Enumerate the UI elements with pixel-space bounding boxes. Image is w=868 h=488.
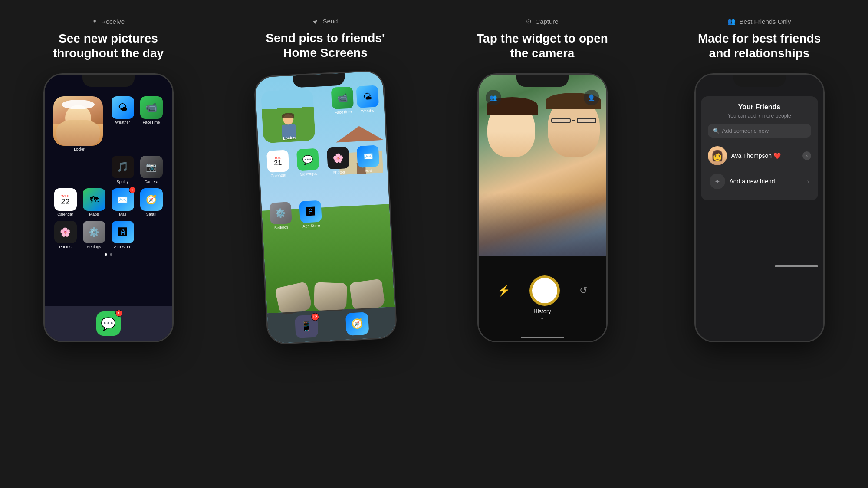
app-send-calendar[interactable]: TUE 21 Calendar xyxy=(264,150,292,178)
camera-controls: ⚡ ↺ History ⌄ xyxy=(479,256,606,341)
panel-receive-label: Receive xyxy=(101,18,125,25)
phone-receive: Locket 🌤 Weather 📹 FaceTime 🎵 Spotify xyxy=(43,73,174,342)
panel-send-header: ▲ Send Send pics to friends' Home Screen… xyxy=(252,17,399,60)
messages-badge: 2 xyxy=(115,310,122,317)
panel-send-icon-label: ▲ Send xyxy=(313,17,338,25)
app-appstore[interactable]: 🅰 App Store xyxy=(111,221,135,249)
add-search-placeholder: Add someone new xyxy=(722,128,769,134)
app-mail[interactable]: ✉️ 1 Mail xyxy=(111,188,135,216)
app-send-mail[interactable]: ✉️ Mail xyxy=(354,145,382,174)
chevron-right-icon: › xyxy=(807,178,809,185)
app-camera[interactable]: 📷 Camera xyxy=(139,156,164,184)
top-apps-grid: 📹 FaceTime 🌤 Weather xyxy=(331,85,379,115)
home-indicator-4 xyxy=(775,265,818,267)
panel-bestfriends: 👥 Best Friends Only Made for best friend… xyxy=(651,0,868,488)
panel-send-title: Send pics to friends' Home Screens xyxy=(252,31,399,60)
panel-bestfriends-label: Best Friends Only xyxy=(739,18,791,25)
friend-row-ava: 👩 Ava Thompson ❤️ × xyxy=(708,143,811,169)
panel-bestfriends-icon-label: 👥 Best Friends Only xyxy=(727,17,791,25)
panel-capture-label: Capture xyxy=(535,18,558,25)
friends-icon-btn[interactable]: 👥 xyxy=(486,90,501,105)
app-send-weather[interactable]: 🌤 Weather xyxy=(356,85,379,114)
friends-icon: 👥 xyxy=(490,94,497,101)
dock-messages[interactable]: 💬 2 xyxy=(96,311,121,336)
flash-button[interactable]: ⚡ xyxy=(497,285,510,297)
app-photos[interactable]: 🌸 Photos xyxy=(53,221,78,249)
phone-notch-3 xyxy=(516,75,569,87)
camera-buttons-row: ⚡ ↺ xyxy=(479,277,606,305)
phone-screen-receive: Locket 🌤 Weather 📹 FaceTime 🎵 Spotify xyxy=(45,75,172,341)
panel-receive-title: See new pictures throughout the day xyxy=(35,31,182,60)
heart-icon: ❤️ xyxy=(773,152,781,159)
phone-notch-1 xyxy=(82,75,135,87)
panel-bestfriends-header: 👥 Best Friends Only Made for best friend… xyxy=(686,17,833,60)
panel-capture-header: ⊙ Capture Tap the widget to open the cam… xyxy=(469,17,616,60)
phone-bestfriends: Your Friends You can add 7 more people 🔍… xyxy=(694,73,825,342)
phone-capture: 👥 👤 xyxy=(477,73,608,342)
panel-capture: ⊙ Capture Tap the widget to open the cam… xyxy=(434,0,651,488)
page-dot-2 xyxy=(110,253,112,256)
phone-notch-4 xyxy=(733,75,786,87)
app-facetime[interactable]: 📹 FaceTime xyxy=(139,96,164,124)
friends-card-title: Your Friends xyxy=(708,103,811,111)
app-send-facetime[interactable]: 📹 FaceTime xyxy=(331,87,354,115)
panel-bestfriends-title: Made for best friends and relationships xyxy=(686,31,833,60)
phone-screen-capture: 👥 👤 xyxy=(479,75,606,341)
plus-icon: ✦ xyxy=(714,177,720,186)
friends-card-subtitle: You can add 7 more people xyxy=(708,113,811,119)
panel-send-label: Send xyxy=(322,17,338,25)
add-friend-icon: ✦ xyxy=(710,174,725,189)
chevron-down-small: ⌄ xyxy=(540,315,544,320)
app-calendar[interactable]: WED 22 Calendar xyxy=(53,188,78,216)
profile-icon: 👤 xyxy=(588,94,595,101)
panel-send: ▲ Send Send pics to friends' Home Screen… xyxy=(217,0,434,488)
phone-send: Locket 📹 FaceTime 🌤 Weather xyxy=(253,70,397,345)
app-settings[interactable]: ⚙️ Settings xyxy=(82,221,106,249)
home-indicator-3 xyxy=(521,337,564,338)
locket-widget-send[interactable]: Locket xyxy=(260,88,315,143)
friend-name-ava: Ava Thompson ❤️ xyxy=(731,152,798,159)
locket-label: Locket xyxy=(53,147,106,151)
send-dock: 📱 12 🧭 xyxy=(267,307,396,344)
bestfriends-icon: 👥 xyxy=(727,17,736,25)
history-label[interactable]: History ⌄ xyxy=(533,308,551,320)
panel-capture-title: Tap the widget to open the camera xyxy=(469,31,616,60)
panel-receive-header: ✦ Receive See new pictures throughout th… xyxy=(35,17,182,60)
app-send-messages[interactable]: 💬 Messages xyxy=(294,148,322,177)
phone-dock: 💬 2 xyxy=(45,306,172,341)
search-icon-small: 🔍 xyxy=(713,128,720,134)
panel-capture-icon-label: ⊙ Capture xyxy=(526,17,558,25)
add-friend-row[interactable]: ✦ Add a new friend › xyxy=(708,169,811,193)
sneakers-photo xyxy=(262,212,395,314)
app-spotify[interactable]: 🎵 Spotify xyxy=(111,156,135,184)
panel-receive: ✦ Receive See new pictures throughout th… xyxy=(0,0,217,488)
friends-card: Your Friends You can add 7 more people 🔍… xyxy=(701,96,818,200)
add-search-field[interactable]: 🔍 Add someone new xyxy=(708,124,811,138)
phone-screen-bestfriends: Your Friends You can add 7 more people 🔍… xyxy=(696,75,823,341)
capture-icon: ⊙ xyxy=(526,17,532,25)
shutter-button[interactable] xyxy=(531,277,559,305)
profile-icon-btn[interactable]: 👤 xyxy=(584,90,599,105)
send-icon: ▲ xyxy=(311,16,321,26)
remove-friend-button[interactable]: × xyxy=(802,151,811,160)
dock-safari-send[interactable]: 🧭 xyxy=(345,312,369,336)
flip-camera-button[interactable]: ↺ xyxy=(579,285,587,296)
page-dot-1 xyxy=(105,253,107,256)
friend-avatar-ava: 👩 xyxy=(708,146,727,165)
locket-widget[interactable]: Locket xyxy=(53,96,106,151)
ava-avatar-inner: 👩 xyxy=(708,146,727,165)
page-dots xyxy=(50,253,167,256)
app-weather[interactable]: 🌤 Weather xyxy=(111,96,135,124)
mail-badge: 1 xyxy=(129,187,136,193)
phone-screen-send: Locket 📹 FaceTime 🌤 Weather xyxy=(255,71,396,344)
sparkle-icon: ✦ xyxy=(92,17,98,25)
dock-phone-badge[interactable]: 📱 12 xyxy=(294,315,318,339)
app-send-photos[interactable]: 🌸 Photos xyxy=(324,147,352,175)
app-maps[interactable]: 🗺 Maps xyxy=(82,188,106,216)
panel-receive-icon-label: ✦ Receive xyxy=(92,17,125,25)
capture-top-bar: 👥 👤 xyxy=(479,90,606,105)
app-safari[interactable]: 🧭 Safari xyxy=(139,188,164,216)
add-friend-text: Add a new friend xyxy=(730,178,803,185)
